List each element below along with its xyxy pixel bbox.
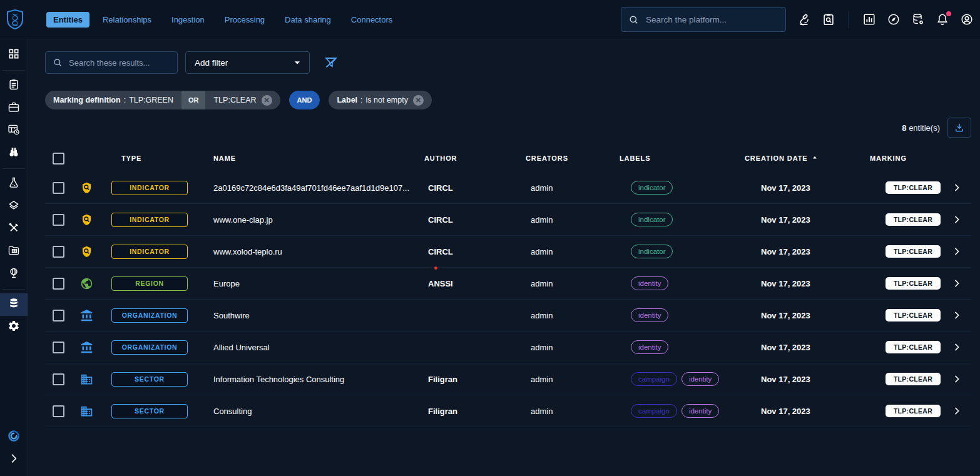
table-row[interactable]: ORGANIZATIONSouthwireadminidentityNov 17… [45, 300, 971, 332]
label-chip[interactable]: identity [681, 404, 719, 418]
flask-icon [8, 176, 20, 191]
row-checkbox[interactable] [53, 405, 64, 417]
label-chip[interactable]: identity [631, 276, 668, 290]
header-labels[interactable]: LABELS [613, 154, 738, 162]
marking-chip: TLP:CLEAR [886, 405, 941, 417]
bell-icon[interactable] [936, 13, 949, 26]
sidebar-item-expand-sidebar[interactable] [0, 448, 28, 471]
row-checkbox[interactable] [53, 310, 64, 322]
row-expand-chevron[interactable] [942, 278, 971, 288]
table-row[interactable]: INDICATOR2a0169c72c84e6d3fa49af701fd46ee… [45, 172, 971, 204]
header-name[interactable]: NAME [200, 154, 413, 162]
bar-chart-icon[interactable] [862, 13, 876, 26]
sidebar-item-locations[interactable] [0, 263, 28, 285]
sidebar-item-observations[interactable] [0, 142, 28, 165]
remove-filter-icon[interactable]: ✕ [413, 95, 424, 106]
row-expand-chevron[interactable] [942, 342, 971, 352]
sidebar-item-cases[interactable] [0, 97, 28, 119]
row-expand-chevron[interactable] [942, 183, 971, 193]
row-checkbox[interactable] [53, 278, 64, 290]
filter-operator-or[interactable]: OR [181, 91, 206, 109]
sidebar-item-data[interactable] [0, 293, 28, 316]
remove-filter-icon[interactable]: ✕ [262, 95, 272, 106]
sidebar-item-dashboard[interactable] [0, 44, 28, 66]
row-checkbox[interactable] [53, 214, 64, 226]
row-checkbox[interactable] [53, 373, 64, 385]
table-body: INDICATOR2a0169c72c84e6d3fa49af701fd46ee… [45, 172, 971, 427]
table-row[interactable]: ORGANIZATIONAllied Universaladminidentit… [45, 332, 971, 363]
tab-entities[interactable]: Entities [46, 12, 89, 28]
platform-search-input[interactable] [645, 14, 778, 25]
clipboard-search-icon[interactable] [822, 13, 835, 26]
row-expand-chevron[interactable] [942, 310, 971, 320]
filter-mode-and[interactable]: AND [289, 91, 320, 109]
select-all-checkbox[interactable] [53, 153, 64, 165]
sidebar-item-events[interactable] [0, 119, 28, 142]
label-chip[interactable]: indicator [631, 181, 673, 195]
row-expand-chevron[interactable] [942, 246, 971, 256]
entity-creators: admin [519, 407, 613, 416]
entity-labels: identity [613, 340, 738, 354]
table-row[interactable]: SECTORInformation Technologies Consultin… [45, 363, 971, 395]
building-icon [70, 405, 103, 418]
table-row[interactable]: INDICATORwww.one-clap.jpCIRCLadminindica… [45, 204, 971, 236]
sidebar-item-arsenal[interactable] [0, 195, 28, 218]
creation-date: Nov 17, 2023 [738, 407, 857, 416]
header-creation-date[interactable]: CREATION DATE [738, 153, 857, 163]
label-chip[interactable]: indicator [631, 245, 673, 258]
results-search[interactable] [45, 51, 178, 74]
entity-creators: admin [519, 215, 613, 225]
table-row[interactable]: REGIONEuropeANSSIadminidentityNov 17, 20… [45, 268, 971, 300]
marking-chip: TLP:CLEAR [886, 277, 941, 290]
sidebar-item-techniques[interactable] [0, 218, 28, 240]
label-chip[interactable]: campaign [631, 404, 677, 418]
database-icon [8, 297, 20, 312]
label-chip[interactable]: identity [631, 340, 668, 354]
add-filter-select[interactable]: Add filter [185, 51, 310, 74]
topbar: Entities Relationships Ingestion Process… [0, 0, 980, 39]
type-badge: INDICATOR [111, 245, 188, 259]
database-gear-icon[interactable] [911, 13, 925, 26]
results-search-input[interactable] [68, 58, 170, 68]
filter-chip-label[interactable]: Label : is not empty ✕ [329, 91, 432, 109]
row-expand-chevron[interactable] [942, 215, 971, 225]
tab-data-sharing[interactable]: Data sharing [278, 12, 338, 28]
clear-filters-icon[interactable] [324, 55, 339, 70]
marking-chip: TLP:CLEAR [886, 213, 941, 226]
table-row[interactable]: INDICATORwww.xolod-teplo.ruCIRCLadminind… [45, 236, 971, 268]
header-author[interactable]: AUTHOR [413, 154, 519, 162]
row-checkbox[interactable] [53, 342, 64, 353]
microscope-icon[interactable] [797, 13, 811, 26]
compass-icon[interactable] [887, 13, 901, 26]
platform-search[interactable] [621, 7, 786, 32]
bank-icon [70, 309, 103, 322]
sidebar-item-analyses[interactable] [0, 74, 28, 97]
row-expand-chevron[interactable] [942, 374, 971, 384]
label-chip[interactable]: campaign [631, 372, 677, 386]
sidebar-item-settings[interactable] [0, 316, 28, 338]
row-checkbox[interactable] [53, 182, 64, 194]
label-chip[interactable]: identity [631, 308, 668, 322]
filter-chip-marking[interactable]: Marking definition : TLP:GREEN OR TLP:CL… [45, 91, 280, 109]
export-button[interactable] [947, 118, 971, 138]
label-chip[interactable]: indicator [631, 213, 673, 226]
account-icon[interactable] [960, 13, 974, 26]
table-row[interactable]: SECTORConsultingFiligranadmincampaignide… [45, 395, 971, 427]
topbar-right [621, 7, 980, 32]
header-marking[interactable]: MARKING [857, 154, 942, 162]
header-type[interactable]: TYPE [103, 154, 200, 162]
tab-processing[interactable]: Processing [218, 12, 272, 28]
tab-connectors[interactable]: Connectors [344, 12, 399, 28]
tab-relationships[interactable]: Relationships [96, 12, 158, 28]
row-checkbox[interactable] [53, 246, 64, 258]
sort-asc-icon [810, 153, 819, 163]
sidebar-item-threats[interactable] [0, 173, 28, 195]
tab-ingestion[interactable]: Ingestion [165, 12, 212, 28]
entity-creators: admin [519, 247, 613, 256]
sidebar-item-filigran-logo[interactable] [0, 426, 28, 448]
header-creators[interactable]: CREATORS [519, 154, 613, 162]
opencti-logo-icon[interactable] [0, 9, 30, 30]
sidebar-item-entities[interactable] [0, 240, 28, 263]
row-expand-chevron[interactable] [942, 406, 971, 416]
label-chip[interactable]: identity [681, 372, 719, 386]
